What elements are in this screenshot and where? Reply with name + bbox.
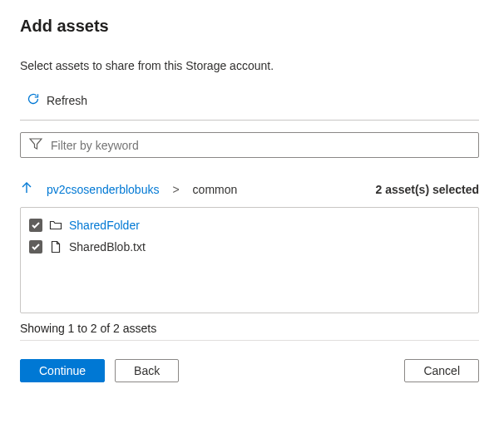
selected-count: 2 asset(s) selected (375, 183, 479, 196)
refresh-label: Refresh (47, 94, 87, 107)
checkbox[interactable] (29, 219, 42, 232)
page-subtitle: Select assets to share from this Storage… (20, 59, 479, 72)
divider (20, 340, 479, 341)
list-item[interactable]: SharedFolder (26, 214, 473, 236)
page-title: Add assets (20, 17, 479, 36)
back-button[interactable]: Back (115, 359, 179, 382)
pager-text: Showing 1 to 2 of 2 assets (20, 322, 479, 335)
breadcrumb: pv2csosenderblobuks > common (20, 181, 237, 197)
filter-input-wrapper[interactable] (20, 132, 479, 158)
refresh-button[interactable]: Refresh (20, 89, 94, 111)
checkbox[interactable] (29, 240, 42, 254)
filter-icon (29, 137, 42, 153)
footer: Continue Back Cancel (20, 359, 479, 382)
divider (20, 120, 479, 121)
refresh-icon (27, 92, 40, 108)
asset-list: SharedFolder SharedBlob.txt (20, 207, 479, 313)
folder-icon (49, 219, 62, 232)
asset-name: SharedBlob.txt (69, 240, 146, 254)
breadcrumb-separator: > (172, 183, 179, 196)
continue-button[interactable]: Continue (20, 359, 105, 382)
breadcrumb-up-icon[interactable] (20, 181, 33, 197)
asset-name[interactable]: SharedFolder (69, 219, 140, 232)
cancel-button[interactable]: Cancel (404, 359, 479, 382)
list-item[interactable]: SharedBlob.txt (26, 236, 473, 258)
filter-input[interactable] (49, 138, 470, 153)
breadcrumb-storage-link[interactable]: pv2csosenderblobuks (47, 183, 159, 196)
file-icon (49, 240, 62, 254)
breadcrumb-current: common (193, 183, 238, 196)
